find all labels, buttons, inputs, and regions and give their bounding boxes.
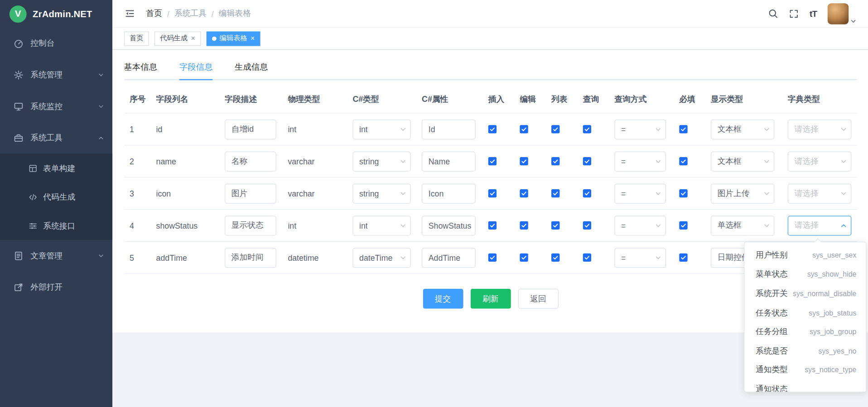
cell-display: 文本框 xyxy=(705,119,782,139)
desc-input[interactable]: 自增id xyxy=(225,119,276,139)
edit-checkbox[interactable] xyxy=(520,221,528,230)
dict-select[interactable]: 请选择 xyxy=(788,215,852,235)
cprop-value: Icon xyxy=(429,189,444,198)
dict-option[interactable]: 通知状态 xyxy=(745,379,866,392)
sidebar-item-form-builder[interactable]: 表单构建 xyxy=(0,154,112,183)
ctype-select[interactable]: dateTime xyxy=(352,248,410,268)
cell-required xyxy=(674,254,705,262)
required-checkbox[interactable] xyxy=(679,189,687,197)
desc-input[interactable]: 显示状态 xyxy=(225,215,276,235)
qmode-select[interactable]: = xyxy=(614,183,666,203)
ctype-select[interactable]: int xyxy=(352,119,410,139)
refresh-button[interactable]: 刷新 xyxy=(470,289,511,309)
tab-basic-info[interactable]: 基本信息 xyxy=(124,57,157,81)
qmode-select[interactable]: = xyxy=(614,151,666,171)
list-checkbox[interactable] xyxy=(551,221,559,230)
tag-code-generate[interactable]: 代码生成 × xyxy=(154,31,201,46)
cell-ctype: dateTime xyxy=(347,248,416,268)
required-checkbox[interactable] xyxy=(679,125,687,133)
search-icon[interactable] xyxy=(768,8,778,19)
sidebar-item-external-open[interactable]: 外部打开 xyxy=(0,272,112,303)
tag-label: 编辑表格 xyxy=(220,34,247,43)
query-checkbox[interactable] xyxy=(583,221,591,230)
query-checkbox[interactable] xyxy=(583,125,591,133)
check-icon xyxy=(489,190,495,196)
cprop-input[interactable]: ShowStatus xyxy=(422,215,476,235)
dict-option[interactable]: 通知类型sys_notice_type xyxy=(745,360,866,379)
insert-checkbox[interactable] xyxy=(488,125,497,133)
tag-home[interactable]: 首页 xyxy=(124,31,149,46)
cprop-input[interactable]: Name xyxy=(422,151,476,171)
sidebar-item-dashboard[interactable]: 控制台 xyxy=(0,28,112,59)
dict-option[interactable]: 系统开关sys_normal_disable xyxy=(745,284,866,303)
required-checkbox[interactable] xyxy=(679,221,687,230)
dict-option[interactable]: 菜单状态sys_show_hide xyxy=(745,265,866,284)
user-avatar[interactable] xyxy=(828,3,849,24)
fullscreen-icon[interactable] xyxy=(789,9,799,19)
dict-select[interactable]: 请选择 xyxy=(788,183,852,203)
breadcrumb-item-home[interactable]: 首页 xyxy=(146,8,162,19)
sidebar-item-code-generate[interactable]: 代码生成 xyxy=(0,182,112,211)
back-button[interactable]: 返回 xyxy=(518,289,558,309)
desc-input[interactable]: 名称 xyxy=(225,151,276,171)
user-menu[interactable] xyxy=(828,3,856,24)
ctype-select[interactable]: int xyxy=(352,215,410,235)
sidebar-item-system-api[interactable]: 系统接口 xyxy=(0,211,112,240)
cell-query xyxy=(577,125,609,133)
query-checkbox[interactable] xyxy=(583,189,591,197)
ctype-select[interactable]: string xyxy=(352,183,410,203)
insert-checkbox[interactable] xyxy=(488,157,497,165)
sidebar-item-system-monitor[interactable]: 系统监控 xyxy=(0,91,112,122)
dict-select[interactable]: 请选择 xyxy=(788,119,852,139)
insert-checkbox[interactable] xyxy=(488,189,497,197)
display-select[interactable]: 单选框 xyxy=(711,215,775,235)
sidebar-item-system-tools[interactable]: 系统工具 xyxy=(0,122,112,154)
insert-checkbox[interactable] xyxy=(488,254,497,262)
display-select[interactable]: 文本框 xyxy=(711,151,775,171)
tab-generate-info[interactable]: 生成信息 xyxy=(235,57,268,81)
display-select[interactable]: 图片上传 xyxy=(711,183,775,203)
collapse-sidebar-icon[interactable] xyxy=(125,8,135,19)
font-size-icon[interactable]: tT xyxy=(810,9,817,19)
list-checkbox[interactable] xyxy=(551,189,559,197)
qmode-select[interactable]: = xyxy=(614,248,666,268)
dict-option[interactable]: 用户性别sys_user_sex xyxy=(745,246,866,265)
dict-option[interactable]: 任务分组sys_job_group xyxy=(745,322,866,341)
logo-icon: V xyxy=(10,5,27,23)
sidebar-item-system-manage[interactable]: 系统管理 xyxy=(0,59,112,91)
qmode-select[interactable]: = xyxy=(614,215,666,235)
edit-checkbox[interactable] xyxy=(520,125,528,133)
sidebar-item-article-manage[interactable]: 文章管理 xyxy=(0,240,112,272)
tab-field-info[interactable]: 字段信息 xyxy=(179,57,212,81)
insert-checkbox[interactable] xyxy=(488,221,497,230)
chevron-up-icon xyxy=(98,135,104,141)
tag-edit-table[interactable]: 编辑表格 × xyxy=(206,31,260,46)
edit-checkbox[interactable] xyxy=(520,157,528,165)
edit-checkbox[interactable] xyxy=(520,254,528,262)
query-checkbox[interactable] xyxy=(583,157,591,165)
desc-input[interactable]: 添加时间 xyxy=(225,248,276,268)
dict-option[interactable]: 任务状态sys_job_status xyxy=(745,303,866,322)
dict-option[interactable]: 系统是否sys_yes_no xyxy=(745,341,866,360)
list-checkbox[interactable] xyxy=(551,157,559,165)
display-select[interactable]: 文本框 xyxy=(711,119,775,139)
column-header-list: 列表 xyxy=(546,94,578,105)
edit-checkbox[interactable] xyxy=(520,189,528,197)
query-checkbox[interactable] xyxy=(583,254,591,262)
close-icon[interactable]: × xyxy=(251,35,255,42)
submit-button[interactable]: 提交 xyxy=(423,289,463,309)
cprop-input[interactable]: Icon xyxy=(422,183,476,203)
ctype-select[interactable]: string xyxy=(352,151,410,171)
column-header-query: 查询 xyxy=(577,94,609,105)
list-checkbox[interactable] xyxy=(551,254,559,262)
required-checkbox[interactable] xyxy=(679,157,687,165)
cprop-input[interactable]: AddTime xyxy=(422,248,476,268)
required-checkbox[interactable] xyxy=(679,254,687,262)
qmode-select[interactable]: = xyxy=(614,119,666,139)
dict-select[interactable]: 请选择 xyxy=(788,151,852,171)
check-icon xyxy=(521,222,527,228)
desc-input[interactable]: 图片 xyxy=(225,183,276,203)
close-icon[interactable]: × xyxy=(191,35,195,42)
cprop-input[interactable]: Id xyxy=(422,119,476,139)
list-checkbox[interactable] xyxy=(551,125,559,133)
